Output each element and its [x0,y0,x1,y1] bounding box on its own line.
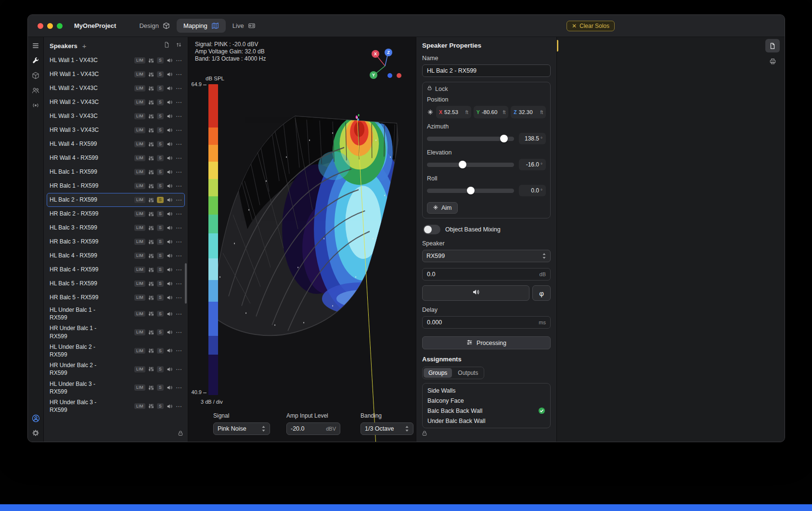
solo-chip[interactable]: S [157,311,164,317]
tab-design[interactable]: Design [132,19,176,33]
limiter-chip[interactable]: LIM [134,183,145,189]
speaker-volume-icon[interactable] [167,211,173,217]
solo-chip[interactable]: S [157,403,164,409]
solo-chip[interactable]: S [157,267,164,273]
limiter-chip[interactable]: LIM [134,403,145,409]
limiter-chip[interactable]: LIM [134,366,145,372]
clear-solos-button[interactable]: ✕ Clear Solos [567,21,615,31]
speaker-list-item[interactable]: HR Balc 5 - RX599 LIM S ⋯ [47,291,185,305]
speaker-volume-icon[interactable] [167,311,173,317]
solo-chip[interactable]: S [157,253,164,259]
speaker-list-item[interactable]: HL Balc 5 - RX599 LIM S ⋯ [47,277,185,291]
speaker-volume-icon[interactable] [167,113,173,119]
properties-lock-icon[interactable] [422,430,427,438]
eq-icon[interactable] [148,239,154,245]
delay-field[interactable]: 0.000 ms [422,316,551,329]
speaker-list-item[interactable]: HL Under Balc 1 - RX599 LIM S ⋯ [47,305,185,323]
gear-icon[interactable] [32,429,39,437]
signal-select[interactable]: Pink Noise [213,422,270,435]
limiter-chip[interactable]: LIM [134,329,145,335]
limiter-chip[interactable]: LIM [134,197,145,203]
speaker-volume-icon[interactable] [167,197,173,203]
roll-value-field[interactable]: 0.0 ° [519,185,546,196]
more-icon[interactable]: ⋯ [176,113,182,119]
position-y-field[interactable]: Y -80.60 ft [474,106,509,118]
group-row[interactable]: Balcony Face [423,396,550,406]
solo-chip[interactable]: S [157,57,164,64]
limiter-chip[interactable]: LIM [134,225,145,231]
speaker-volume-icon[interactable] [167,267,173,273]
eq-icon[interactable] [148,128,154,133]
more-icon[interactable]: ⋯ [176,267,182,273]
aim-button[interactable]: Aim [427,202,458,214]
speaker-volume-icon[interactable] [167,225,173,231]
mute-button[interactable] [422,285,529,301]
limiter-chip[interactable]: LIM [134,211,145,217]
speaker-list-item[interactable]: HR Balc 3 - RX599 LIM S ⋯ [47,235,185,249]
limiter-chip[interactable]: LIM [134,127,145,133]
limiter-chip[interactable]: LIM [134,155,145,161]
speaker-volume-icon[interactable] [167,403,173,409]
more-icon[interactable]: ⋯ [176,197,182,203]
speaker-list-item[interactable]: HL Under Balc 2 - RX599 LIM S ⋯ [47,342,185,360]
more-icon[interactable]: ⋯ [176,253,182,259]
eq-icon[interactable] [148,141,154,147]
speaker-volume-icon[interactable] [167,141,173,147]
solo-chip[interactable]: S [157,197,164,203]
eq-icon[interactable] [148,330,154,335]
eq-icon[interactable] [148,281,154,287]
eq-icon[interactable] [148,253,154,259]
speaker-list-item[interactable]: HL Balc 1 - RX599 LIM S ⋯ [47,165,185,179]
more-icon[interactable]: ⋯ [176,384,182,391]
spl-heatmap-view[interactable] [188,37,416,442]
eq-icon[interactable] [148,385,154,391]
eq-icon[interactable] [148,183,154,189]
more-icon[interactable]: ⋯ [176,141,182,147]
limiter-chip[interactable]: LIM [134,267,145,273]
more-icon[interactable]: ⋯ [176,311,182,317]
solo-chip[interactable]: S [157,294,164,301]
speaker-list-item[interactable]: HL Balc 4 - RX599 LIM S ⋯ [47,249,185,263]
more-icon[interactable]: ⋯ [176,85,182,91]
speaker-volume-icon[interactable] [167,281,173,287]
eq-icon[interactable] [148,155,154,161]
more-icon[interactable]: ⋯ [176,71,182,77]
limiter-chip[interactable]: LIM [134,281,145,287]
speaker-list-item[interactable]: HR Wall 3 - VX43C LIM S ⋯ [47,123,185,137]
speaker-volume-icon[interactable] [167,347,173,354]
speaker-volume-icon[interactable] [167,294,173,301]
document-panel-button[interactable] [765,39,780,52]
sort-icon[interactable] [176,41,182,50]
speaker-list-item[interactable]: HR Wall 4 - RX599 LIM S ⋯ [47,151,185,165]
speaker-list-item[interactable]: HR Balc 2 - RX599 LIM S ⋯ [47,207,185,221]
tab-mapping[interactable]: Mapping [177,19,226,33]
elevation-value-field[interactable]: -16.0 ° [519,159,546,170]
azimuth-slider-thumb[interactable] [500,135,508,142]
speaker-list-item[interactable]: HR Balc 4 - RX599 LIM S ⋯ [47,263,185,277]
speaker-volume-icon[interactable] [167,99,173,105]
limiter-chip[interactable]: LIM [134,99,145,105]
tab-outputs[interactable]: Outputs [453,368,483,378]
more-icon[interactable]: ⋯ [176,294,182,301]
eq-icon[interactable] [148,348,154,354]
eq-icon[interactable] [148,100,154,105]
solo-chip[interactable]: S [157,141,164,147]
page-icon[interactable] [164,41,170,50]
more-icon[interactable]: ⋯ [176,281,182,287]
solo-chip[interactable]: S [157,366,164,372]
limiter-chip[interactable]: LIM [134,85,145,91]
speaker-list-item[interactable]: HL Wall 1 - VX43C LIM S ⋯ [47,53,185,67]
speaker-list-item[interactable]: HR Wall 2 - VX43C LIM S ⋯ [47,95,185,109]
solo-chip[interactable]: S [157,113,164,119]
solo-chip[interactable]: S [157,183,164,189]
solo-chip[interactable]: S [157,384,164,391]
zoom-window-button[interactable] [57,23,63,29]
minimize-window-button[interactable] [47,23,53,29]
speaker-list-item[interactable]: HL Under Balc 3 - RX599 LIM S ⋯ [47,379,185,397]
speaker-list-item[interactable]: HR Wall 1 - VX43C LIM S ⋯ [47,67,185,81]
eq-icon[interactable] [148,211,154,217]
group-row[interactable]: Balc Back Back Wall [423,406,550,416]
limiter-chip[interactable]: LIM [134,253,145,259]
more-icon[interactable]: ⋯ [176,169,182,175]
more-icon[interactable]: ⋯ [176,155,182,161]
